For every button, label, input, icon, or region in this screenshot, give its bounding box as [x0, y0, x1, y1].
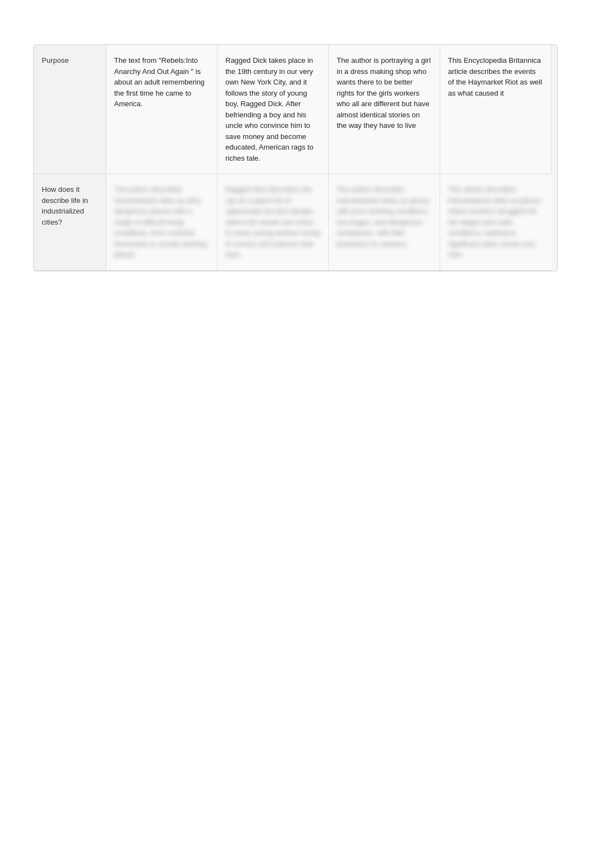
cell-author-industrialized: The author describes industrialized citi…: [329, 174, 440, 271]
row-header-industrialized: How does it describe life in industriali…: [34, 174, 106, 271]
cell-ragged-purpose-text: Ragged Dick takes place in the 19th cent…: [225, 56, 313, 162]
cell-author-purpose-text: The author is portraying a girl in a dre…: [337, 56, 431, 130]
cell-rebels-industrialized: The author describes industrialized citi…: [106, 174, 218, 271]
cell-rebels-industrialized-text: The author describes industrialized citi…: [114, 185, 206, 259]
cell-ragged-industrialized: Ragged Dick describes the city as a plac…: [218, 174, 329, 271]
cell-rebels-purpose: The text from "Rebels:Into Anarchy And O…: [106, 45, 218, 174]
row-header-industrialized-label: How does it describe life in industriali…: [42, 185, 88, 226]
row-header-purpose-label: Purpose: [42, 56, 68, 65]
cell-britannica-purpose-text: This Encyclopedia Britannica article des…: [448, 56, 542, 97]
cell-ragged-purpose: Ragged Dick takes place in the 19th cent…: [218, 45, 329, 174]
comparison-table: Purpose The text from "Rebels:Into Anarc…: [33, 44, 558, 271]
grid-table: Purpose The text from "Rebels:Into Anarc…: [34, 45, 557, 271]
cell-britannica-purpose: This Encyclopedia Britannica article des…: [440, 45, 551, 174]
row-header-purpose: Purpose: [34, 45, 106, 174]
cell-author-purpose: The author is portraying a girl in a dre…: [329, 45, 440, 174]
cell-rebels-purpose-text: The text from "Rebels:Into Anarchy And O…: [114, 56, 205, 108]
cell-britannica-industrialized: This article describes industrialized ci…: [440, 174, 551, 271]
cell-britannica-industrialized-text: This article describes industrialized ci…: [448, 185, 541, 259]
cell-ragged-industrialized-text: Ragged Dick describes the city as a plac…: [225, 185, 320, 259]
page-wrapper: Purpose The text from "Rebels:Into Anarc…: [0, 0, 591, 316]
cell-author-industrialized-text: The author describes industrialized citi…: [337, 185, 430, 248]
